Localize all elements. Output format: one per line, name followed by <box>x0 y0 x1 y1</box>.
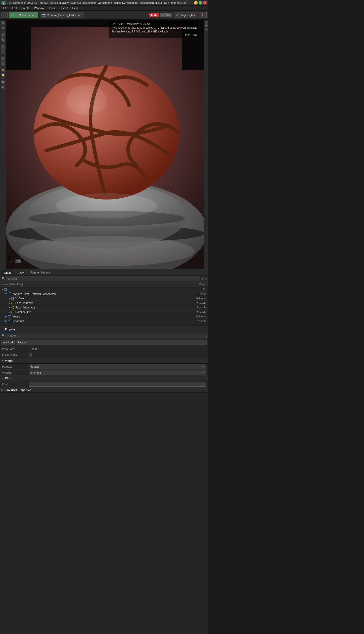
tree-item-name: Y_Joint <box>15 297 195 300</box>
menu-help[interactable]: Help <box>70 6 80 10</box>
tree-visibility-icon[interactable]: 👁 <box>195 292 199 296</box>
tree-scroll[interactable]: ▼👁▼Platform_First_Rotation_Mechanism👁Xfo… <box>0 287 208 322</box>
menu-layout[interactable]: Layout <box>58 6 70 10</box>
tree-expand-icon[interactable]: ▼ <box>1 288 4 291</box>
kind-dropdown[interactable]: ▼ <box>29 382 206 387</box>
kind-section-header[interactable]: ▼ Kind <box>0 376 208 381</box>
titlebar-controls[interactable] <box>194 1 207 5</box>
tree-row[interactable]: ▶Y_Joint👁Xform <box>0 296 208 301</box>
right-tool-icon[interactable]: ≡ <box>205 28 208 31</box>
tree-item-name: Mouse <box>12 315 195 318</box>
tool-light[interactable]: 💡 <box>1 73 5 77</box>
tree-expand-icon[interactable]: ▶ <box>5 320 8 323</box>
svg-marker-18 <box>5 288 7 289</box>
raw-usd-section-header[interactable]: ▶ Raw USD Properties <box>0 387 208 393</box>
prop-search-icon: 🔍 <box>2 334 5 337</box>
tool-snap[interactable]: ⊞ <box>1 56 5 61</box>
tree-visibility-icon[interactable]: 👁 <box>196 306 200 309</box>
tool-camera[interactable]: 🎥 <box>1 44 5 49</box>
tree-visibility-icon[interactable]: 👁 <box>202 288 206 291</box>
tree-row[interactable]: ▼👁 <box>0 287 208 292</box>
tool-scale[interactable]: ⤡ <box>1 37 5 42</box>
camera-icon: 📷 <box>42 13 46 17</box>
tree-row[interactable]: ▶Rotation_Pin👁Mesh <box>0 310 208 314</box>
stage-search-input[interactable] <box>6 276 200 281</box>
tree-visibility-icon[interactable]: 👁 <box>196 310 200 314</box>
tree-expand-icon[interactable]: ▶ <box>8 310 11 313</box>
hud-resolution: 1336x1667 <box>111 33 197 37</box>
tree-expand-icon[interactable]: ▶ <box>8 306 11 309</box>
visibility-row: Visibility inherited ▼ <box>0 370 208 376</box>
maximize-button[interactable] <box>199 1 202 5</box>
menu-edit[interactable]: Edit <box>10 6 19 10</box>
tree-visibility-icon[interactable]: 👁 <box>196 301 200 305</box>
stage-lights-button[interactable]: ☀ Stage Lights <box>174 12 197 18</box>
purpose-dropdown[interactable]: default ▼ <box>29 364 206 369</box>
tree-expand-icon[interactable]: ▼ <box>5 292 8 295</box>
tree-visibility-icon[interactable]: 👁 <box>195 315 199 318</box>
minimize-button[interactable] <box>194 1 198 5</box>
bottom-panel: Stage Layer Render Settings 🔍 ▼ ≡ Name (… <box>0 269 208 634</box>
tool-physics[interactable]: ⚙ <box>1 80 5 84</box>
stage-tabs: Stage Layer Render Settings <box>0 269 208 275</box>
camera-button[interactable]: 📷 Camera_Sample_Collection <box>40 12 83 18</box>
menu-tools[interactable]: Tools <box>47 6 57 10</box>
tool-grid[interactable]: ⊡ <box>1 61 5 66</box>
tree-expand-icon[interactable]: ▶ <box>8 301 11 304</box>
visual-section-header[interactable]: ▼ Visual <box>0 358 208 364</box>
titlebar: U USD Composer 2023.2.6 - file:/C:/Users… <box>0 0 208 6</box>
stage-lights-label: Stage Lights <box>179 14 195 17</box>
prim-path-value: /Render <box>29 347 206 350</box>
menu-file[interactable]: File <box>1 6 10 10</box>
right-eye-icon[interactable]: 👁 <box>205 24 208 27</box>
viewport[interactable]: FPS: 43.93, Frame time: 22.76 ms NVIDIA … <box>6 20 204 269</box>
tree-row[interactable]: ▼Platform_First_Rotation_Mechanism👁Xform <box>0 292 208 296</box>
svg-rect-17 <box>5 289 7 291</box>
visibility-label: Visibility <box>2 371 27 374</box>
tree-expand-icon[interactable]: ▶ <box>8 297 11 300</box>
tool-measure[interactable]: 📏 <box>1 68 5 72</box>
tab-render-settings[interactable]: Render Settings <box>28 270 54 275</box>
filter-icon[interactable]: ▼ <box>201 277 204 281</box>
property-type-value: Render <box>16 340 207 345</box>
tree-row[interactable]: ▶Basketball👁Xform <box>0 319 208 322</box>
instanceable-row: Instanceable <box>0 352 208 358</box>
tab-layer[interactable]: Layer <box>15 270 28 275</box>
tree-type-icon <box>11 306 15 309</box>
tree-visibility-icon[interactable]: 👁 <box>195 297 199 300</box>
menu-create[interactable]: Create <box>19 6 32 10</box>
renderer-icon <box>11 14 14 17</box>
layout-button[interactable]: ≡ <box>2 12 8 18</box>
tab-property[interactable]: Property <box>2 327 19 332</box>
tab-stage[interactable]: Stage <box>1 270 15 275</box>
live-badge[interactable]: LIVE <box>149 13 159 17</box>
left-toolbar: ↖ ✥ ↻ ⤡ 🎥 ○ ⊞ ⊡ 📏 💡 ⚙ 🖌 <box>0 20 6 269</box>
svg-marker-24 <box>12 297 14 298</box>
tree-row[interactable]: ▶Face_Separator👁Mesh <box>0 305 208 310</box>
tool-move[interactable]: ✥ <box>1 26 5 30</box>
tool-divider-2 <box>1 43 5 43</box>
tool-select[interactable]: ↖ <box>1 21 5 25</box>
sort-icon[interactable]: ≡ <box>205 277 207 281</box>
close-button[interactable] <box>203 1 207 5</box>
tree-visibility-icon[interactable]: 👁 <box>195 319 199 323</box>
property-add-button[interactable]: + + Add <box>2 340 15 345</box>
tree-row[interactable]: ▶Face_Platform👁Mesh <box>0 301 208 305</box>
tree-expand-icon[interactable]: ▶ <box>5 315 8 318</box>
visibility-dropdown[interactable]: inherited ▼ <box>29 370 206 375</box>
renderer-button[interactable]: RTX - Real-Time <box>9 12 38 18</box>
visibility-dropdown-arrow: ▼ <box>202 371 204 374</box>
tool-paint[interactable]: 🖌 <box>1 85 5 89</box>
location-icon: 📍 <box>201 13 204 17</box>
coord-indicator <box>8 256 14 263</box>
tool-rotate[interactable]: ↻ <box>1 32 5 37</box>
instanceable-checkbox[interactable] <box>29 353 32 356</box>
settings-button[interactable]: 📍 <box>199 12 207 18</box>
hud-gpu: NVIDIA GeForce RTX 3080 Ti Laptop GPU: 5… <box>111 26 197 30</box>
tree-item-name: Basketball <box>12 320 195 323</box>
tree-row[interactable]: ▶Mouse👁Xform <box>0 314 208 319</box>
property-search-input[interactable] <box>6 334 207 338</box>
right-settings-icon[interactable]: ⚙ <box>205 21 208 24</box>
menu-window[interactable]: Window <box>32 6 46 10</box>
tool-orbit[interactable]: ○ <box>1 49 5 54</box>
